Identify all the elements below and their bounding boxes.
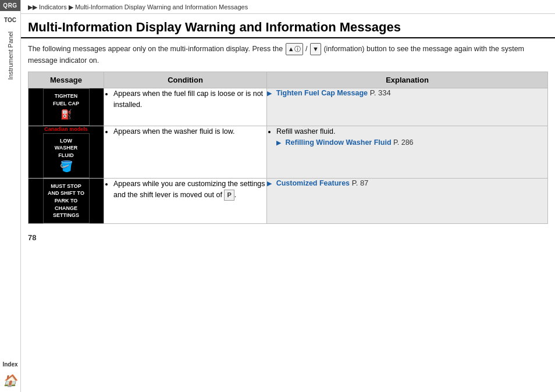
breadcrumb-arrow2: ▶ <box>69 3 73 10</box>
explanation-cell-park: ▶ Customized Features P. 87 <box>267 178 548 223</box>
table-row: MUST STOP AND SHIFT TO PARK TO CHANGE SE… <box>29 178 548 223</box>
message-cell-park: MUST STOP AND SHIFT TO PARK TO CHANGE SE… <box>29 178 104 223</box>
page-number: 78 <box>21 224 555 247</box>
condition-list-washer: Appears when the washer fluid is low. <box>104 126 266 137</box>
fuel-cap-icon: ⛽ <box>46 108 87 121</box>
park-line1: MUST STOP <box>51 183 81 189</box>
breadcrumb-arrow: ▶▶ <box>28 3 37 10</box>
messages-table: Message Condition Explanation TIGHTEN FU… <box>28 72 548 224</box>
breadcrumb-part1[interactable]: Indicators <box>39 3 67 10</box>
link-arrow-icon: ▶ <box>276 138 281 148</box>
condition-list-fuel: Appears when the fuel fill cap is loose … <box>104 88 266 111</box>
sidebar-toc[interactable]: TOC <box>0 13 20 27</box>
info-button-up: ▲ⓘ <box>286 43 303 55</box>
park-settings-message-display: MUST STOP AND SHIFT TO PARK TO CHANGE SE… <box>43 179 90 223</box>
home-icon: 🏠 <box>3 374 17 387</box>
message-cell-fuel: TIGHTEN FUEL CAP ⛽ <box>29 88 104 126</box>
explanation-item: Refill washer fluid. ▶ Refilling Window … <box>276 126 547 148</box>
col-header-condition: Condition <box>104 72 267 88</box>
fuel-cap-line2: FUEL CAP <box>53 101 79 106</box>
breadcrumb-part2: Multi-Information Display Warning and In… <box>75 3 248 10</box>
explanation-cell-fuel: ▶ Tighten Fuel Cap Message P. 334 <box>267 88 548 126</box>
explanation-list-washer: Refill washer fluid. ▶ Refilling Window … <box>267 126 547 148</box>
condition-item: Appears when the fuel fill cap is loose … <box>113 88 266 111</box>
condition-item: Appears while you are customizing the se… <box>113 179 266 201</box>
washer-line1: LOW <box>60 138 72 144</box>
condition-list-park: Appears while you are customizing the se… <box>104 179 266 201</box>
sidebar: QRG TOC Instrument Panel Index 🏠 <box>0 0 21 392</box>
col-header-explanation: Explanation <box>267 72 548 88</box>
breadcrumb: ▶▶ Indicators ▶ Multi-Information Displa… <box>21 0 555 14</box>
link-arrow-icon: ▶ <box>267 180 272 187</box>
page-title: Multi-Information Display Warning and In… <box>21 14 555 38</box>
desc-slash: / <box>305 45 309 53</box>
link-arrow-icon: ▶ <box>267 90 272 97</box>
condition-cell-fuel: Appears when the fuel fill cap is loose … <box>104 88 267 126</box>
washer-fluid-message-display: LOW WASHER FLUID 🪣 <box>43 133 90 178</box>
tighten-fuel-page: P. 334 <box>370 88 391 97</box>
park-line5: SETTINGS <box>53 212 79 218</box>
sidebar-home[interactable]: 🏠 <box>0 371 20 392</box>
sidebar-qrg[interactable]: QRG <box>0 0 20 11</box>
washer-line2: WASHER <box>55 145 78 151</box>
table-row: Canadian models LOW WASHER FLUID 🪣 Appea… <box>29 126 548 178</box>
condition-cell-washer: Appears when the washer fluid is low. <box>104 126 267 178</box>
washer-page: P. 286 <box>393 138 414 147</box>
table-header-row: Message Condition Explanation <box>29 72 548 88</box>
condition-item: Appears when the washer fluid is low. <box>113 126 266 137</box>
customized-features-link[interactable]: Customized Features <box>276 179 350 187</box>
park-line2: AND SHIFT TO <box>48 190 84 196</box>
message-cell-washer: Canadian models LOW WASHER FLUID 🪣 <box>29 126 104 178</box>
main-content: ▶▶ Indicators ▶ Multi-Information Displa… <box>21 0 555 392</box>
park-p-indicator: P <box>224 190 234 201</box>
description-text: The following messages appear only on th… <box>21 43 555 72</box>
park-line3: PARK TO <box>55 198 78 204</box>
customized-features-page: P. 87 <box>352 179 369 187</box>
explanation-cell-washer: Refill washer fluid. ▶ Refilling Window … <box>267 126 548 178</box>
fuel-cap-message-display: TIGHTEN FUEL CAP ⛽ <box>43 88 90 126</box>
desc-part1: The following messages appear only on th… <box>28 45 283 53</box>
washer-line3: FLUID <box>58 152 74 158</box>
refilling-washer-link[interactable]: Refilling Window Washer Fluid <box>285 138 391 147</box>
sidebar-index[interactable]: Index <box>0 358 20 371</box>
col-header-message: Message <box>29 72 104 88</box>
washer-icon: 🪣 <box>60 161 73 172</box>
park-line4: CHANGE <box>55 205 77 211</box>
sidebar-section-label: Instrument Panel <box>7 31 14 80</box>
info-button-down: ▼ <box>310 43 321 55</box>
table-row: TIGHTEN FUEL CAP ⛽ Appears when the fuel… <box>29 88 548 126</box>
tighten-fuel-cap-link[interactable]: Tighten Fuel Cap Message <box>276 89 368 97</box>
fuel-cap-line1: TIGHTEN <box>55 93 78 99</box>
canadian-label: Canadian models <box>29 126 104 132</box>
condition-cell-park: Appears while you are customizing the se… <box>104 178 267 223</box>
